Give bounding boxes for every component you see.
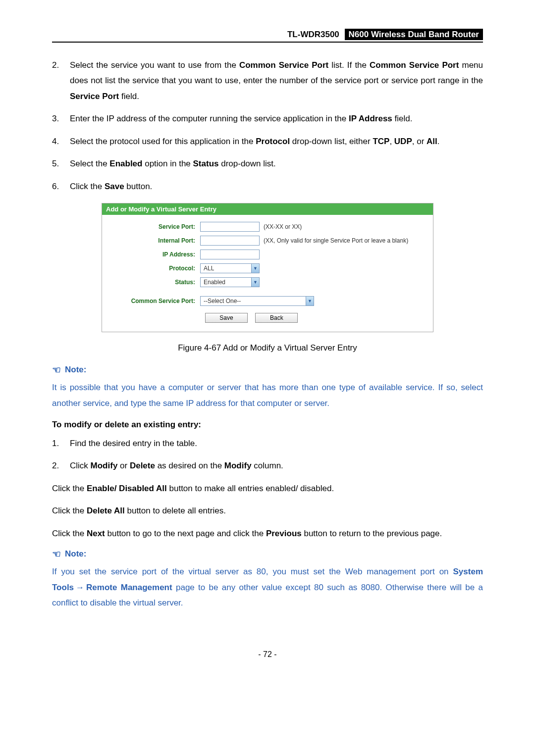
common-service-port-value: --Select One-- bbox=[201, 298, 251, 304]
row-internal-port: Internal Port: (XX, Only valid for singl… bbox=[107, 236, 428, 246]
pointing-hand-icon: ☞ bbox=[52, 364, 61, 376]
list-item: 4. Select the protocol used for this app… bbox=[52, 134, 483, 149]
list-text: Enter the IP address of the computer run… bbox=[70, 111, 483, 126]
figure-box: Add or Modify a Virtual Server Entry Ser… bbox=[102, 203, 433, 332]
page-number: - 72 - bbox=[52, 650, 483, 659]
label-protocol: Protocol: bbox=[107, 265, 200, 272]
label-ip-address: IP Address: bbox=[107, 251, 200, 258]
figure-title: Add or Modify a Virtual Server Entry bbox=[102, 203, 433, 215]
list-number: 4. bbox=[52, 134, 70, 149]
status-value: Enabled bbox=[201, 279, 235, 286]
chevron-down-icon: ▼ bbox=[306, 297, 314, 305]
list-item: 1. Find the desired entry in the table. bbox=[52, 436, 483, 451]
model-number: TL-WDR3500 bbox=[287, 30, 339, 39]
label-status: Status: bbox=[107, 279, 200, 286]
row-common-service-port: Common Service Port: --Select One-- ▼ bbox=[107, 296, 428, 306]
protocol-select[interactable]: ALL ▼ bbox=[200, 263, 260, 273]
row-status: Status: Enabled ▼ bbox=[107, 277, 428, 287]
note-heading: ☞ Note: bbox=[52, 364, 483, 376]
list-number: 2. bbox=[52, 458, 70, 473]
page-header: TL-WDR3500 N600 Wireless Dual Band Route… bbox=[52, 30, 483, 43]
hint-internal-port: (XX, Only valid for single Service Port … bbox=[260, 237, 408, 244]
chevron-down-icon: ▼ bbox=[251, 278, 259, 287]
page: TL-WDR3500 N600 Wireless Dual Band Route… bbox=[0, 0, 535, 679]
paragraph: Click the Next button to go to the next … bbox=[52, 526, 483, 541]
row-ip-address: IP Address: bbox=[107, 250, 428, 259]
ip-address-input[interactable] bbox=[200, 250, 260, 259]
paragraph: Click the Enable/ Disabled All button to… bbox=[52, 481, 483, 496]
common-service-port-select[interactable]: --Select One-- ▼ bbox=[200, 296, 314, 306]
list-number: 2. bbox=[52, 57, 70, 104]
product-name: N600 Wireless Dual Band Router bbox=[345, 29, 483, 40]
arrow-right-icon: → bbox=[74, 583, 86, 592]
list-number: 3. bbox=[52, 111, 70, 126]
paragraph: Click the Delete All button to delete al… bbox=[52, 503, 483, 518]
list-text: Find the desired entry in the table. bbox=[70, 436, 483, 451]
list-number: 5. bbox=[52, 156, 70, 171]
service-port-input[interactable] bbox=[200, 222, 260, 232]
figure-panel: Add or Modify a Virtual Server Entry Ser… bbox=[102, 203, 433, 332]
list-number: 6. bbox=[52, 179, 70, 194]
figure-buttons: Save Back bbox=[205, 313, 428, 323]
list-item: 5. Select the Enabled option in the Stat… bbox=[52, 156, 483, 171]
list-item: 6. Click the Save button. bbox=[52, 179, 483, 194]
list-item: 2. Select the service you want to use fr… bbox=[52, 57, 483, 104]
list-number: 1. bbox=[52, 436, 70, 451]
protocol-value: ALL bbox=[201, 265, 224, 272]
list-item: 3. Enter the IP address of the computer … bbox=[52, 111, 483, 126]
internal-port-input[interactable] bbox=[200, 236, 260, 246]
list-text: Select the Enabled option in the Status … bbox=[70, 156, 483, 171]
label-service-port: Service Port: bbox=[107, 223, 200, 230]
save-button[interactable]: Save bbox=[205, 313, 248, 323]
list-text: Select the service you want to use from … bbox=[70, 57, 483, 104]
list-text: Select the protocol used for this applic… bbox=[70, 134, 483, 149]
list-item: 2. Click Modify or Delete as desired on … bbox=[52, 458, 483, 473]
figure-body: Service Port: (XX-XX or XX) Internal Por… bbox=[102, 215, 433, 332]
label-internal-port: Internal Port: bbox=[107, 237, 200, 244]
list-text: Click the Save button. bbox=[70, 179, 483, 194]
note-heading: ☞ Note: bbox=[52, 548, 483, 560]
pointing-hand-icon: ☞ bbox=[52, 548, 61, 560]
row-protocol: Protocol: ALL ▼ bbox=[107, 263, 428, 273]
section-heading: To modify or delete an existing entry: bbox=[52, 420, 483, 430]
label-common-service-port: Common Service Port: bbox=[107, 298, 200, 304]
list-text: Click Modify or Delete as desired on the… bbox=[70, 458, 483, 473]
note-body: It is possible that you have a computer … bbox=[52, 380, 483, 411]
status-select[interactable]: Enabled ▼ bbox=[200, 277, 260, 287]
chevron-down-icon: ▼ bbox=[251, 264, 259, 273]
note-label: Note: bbox=[65, 365, 86, 375]
figure-caption: Figure 4-67 Add or Modify a Virtual Serv… bbox=[52, 343, 483, 353]
back-button[interactable]: Back bbox=[255, 313, 298, 323]
row-service-port: Service Port: (XX-XX or XX) bbox=[107, 222, 428, 232]
hint-service-port: (XX-XX or XX) bbox=[260, 223, 302, 230]
note-body: If you set the service port of the virtu… bbox=[52, 564, 483, 610]
note-label: Note: bbox=[65, 549, 86, 559]
